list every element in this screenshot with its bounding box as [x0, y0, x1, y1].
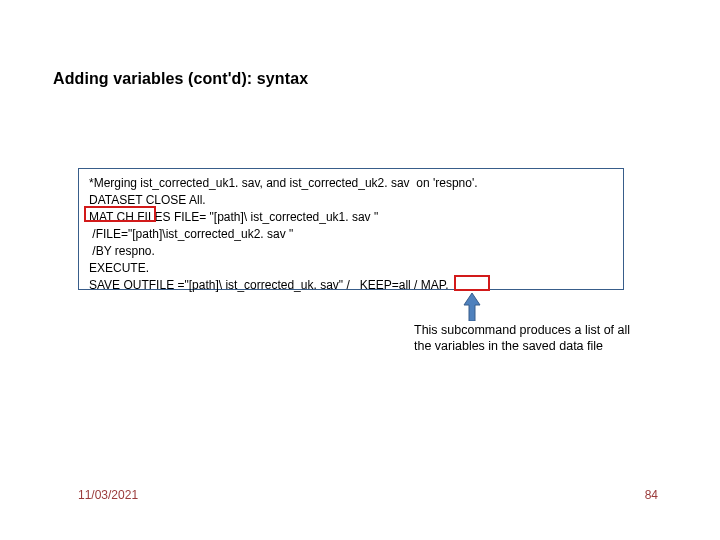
- slide-title: Adding variables (cont'd): syntax: [53, 70, 308, 88]
- svg-marker-0: [464, 293, 480, 321]
- code-line: SAVE OUTFILE ="[path]\ ist_corrected_uk.…: [89, 277, 613, 294]
- code-line: *Merging ist_corrected_uk1. sav, and ist…: [89, 175, 613, 192]
- footer-page-number: 84: [645, 488, 658, 502]
- code-line: /FILE="[path]\ist_corrected_uk2. sav ": [89, 226, 613, 243]
- syntax-code-box: *Merging ist_corrected_uk1. sav, and ist…: [78, 168, 624, 290]
- footer-date: 11/03/2021: [78, 488, 138, 502]
- highlight-match-files: [84, 206, 156, 222]
- code-line: EXECUTE.: [89, 260, 613, 277]
- slide-container: Adding variables (cont'd): syntax *Mergi…: [0, 0, 720, 540]
- code-line: DATASET CLOSE All.: [89, 192, 613, 209]
- annotation-caption: This subcommand produces a list of all t…: [414, 322, 644, 354]
- code-line: /BY respno.: [89, 243, 613, 260]
- arrow-up-icon: [463, 293, 481, 321]
- code-line: MAT CH FILES FILE= "[path]\ ist_correcte…: [89, 209, 613, 226]
- highlight-map: [454, 275, 490, 291]
